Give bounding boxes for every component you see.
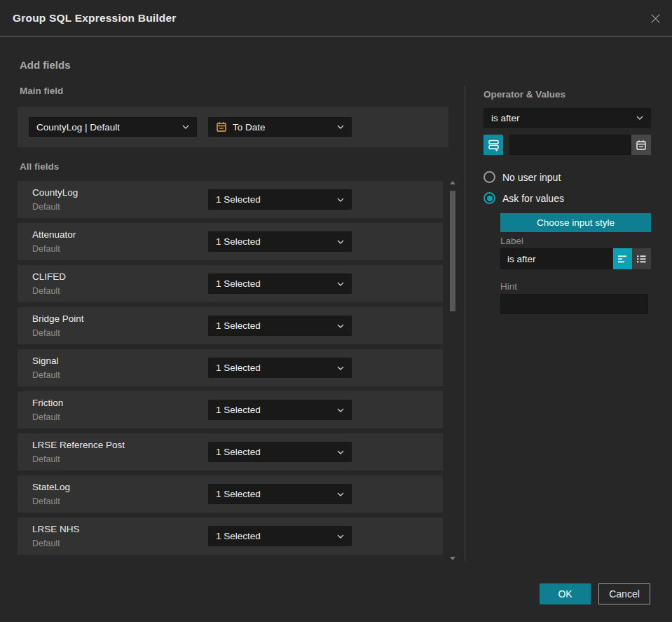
field-name: Bridge Point	[32, 313, 84, 324]
field-row: CLIFED Default 1 Selected	[18, 265, 443, 302]
add-fields-heading: Add fields	[20, 59, 71, 71]
chevron-down-icon	[337, 198, 344, 202]
field-selected-value: 1 Selected	[216, 447, 261, 457]
field-selected-value: 1 Selected	[216, 531, 261, 541]
close-icon[interactable]	[648, 11, 662, 25]
calendar-icon	[216, 121, 227, 133]
radio-no-user-input[interactable]: No user input	[484, 171, 561, 183]
label-input[interactable]	[500, 248, 612, 269]
main-value-select-value: To Date	[233, 122, 266, 133]
scrollbar-down-arrow-icon[interactable]	[449, 555, 456, 561]
field-selected-dropdown[interactable]: 1 Selected	[208, 316, 352, 336]
field-selected-value: 1 Selected	[216, 320, 261, 331]
choose-input-style-button[interactable]: Choose input style	[500, 213, 651, 232]
field-selected-dropdown[interactable]: 1 Selected	[208, 484, 352, 504]
all-fields-label: All fields	[20, 161, 59, 172]
field-selected-dropdown[interactable]: 1 Selected	[208, 400, 352, 420]
main-field-label: Main field	[20, 86, 63, 96]
main-value-select[interactable]: To Date	[208, 117, 352, 137]
value-input-row	[484, 135, 651, 155]
chevron-down-icon	[182, 125, 189, 129]
radio-ask-for-values[interactable]: Ask for values	[484, 192, 564, 204]
field-name: Friction	[32, 398, 63, 408]
unique-values-icon[interactable]	[484, 135, 503, 155]
label-field-label: Label	[500, 236, 523, 246]
field-row: Signal Default 1 Selected	[18, 349, 443, 386]
dialog-title: Group SQL Expression Builder	[13, 12, 177, 25]
single-value-style-icon[interactable]	[613, 248, 632, 269]
radio-circle-selected-icon	[484, 192, 495, 204]
field-subtype: Default	[32, 496, 60, 506]
field-selected-dropdown[interactable]: 1 Selected	[208, 442, 352, 462]
field-row: StateLog Default 1 Selected	[18, 475, 443, 513]
operator-select[interactable]: is after	[484, 108, 651, 128]
field-selected-dropdown[interactable]: 1 Selected	[208, 358, 352, 378]
main-field-panel: CountyLog | Default To Date	[18, 107, 448, 147]
chevron-down-icon	[337, 450, 344, 454]
list-scrollbar	[448, 180, 458, 561]
dialog-titlebar: Group SQL Expression Builder	[0, 0, 672, 36]
main-field-select-value: CountyLog | Default	[36, 122, 120, 133]
field-selected-value: 1 Selected	[216, 405, 261, 415]
field-name: Signal	[32, 356, 59, 366]
chevron-down-icon	[337, 240, 344, 244]
field-name: LRSE NHS	[32, 524, 80, 534]
scrollbar-thumb[interactable]	[450, 191, 455, 311]
field-name: CountyLog	[32, 187, 78, 198]
field-row: Bridge Point Default 1 Selected	[18, 307, 443, 344]
radio-ask-for-values-label: Ask for values	[502, 193, 564, 204]
field-selected-dropdown[interactable]: 1 Selected	[208, 189, 352, 210]
group-sql-expression-builder-dialog: Group SQL Expression Builder Add fields …	[0, 0, 672, 622]
chevron-down-icon	[337, 534, 344, 539]
field-name: CLIFED	[32, 271, 66, 282]
chevron-down-icon	[337, 366, 344, 370]
cancel-button[interactable]: Cancel	[598, 583, 650, 604]
chevron-down-icon	[337, 492, 344, 496]
list-style-icon[interactable]	[632, 248, 651, 269]
field-row: LRSE NHS Default 1 Selected	[18, 518, 443, 555]
field-subtype: Default	[32, 454, 60, 464]
label-input-row	[500, 248, 651, 269]
field-selected-value: 1 Selected	[216, 236, 261, 247]
field-selected-value: 1 Selected	[216, 489, 261, 499]
field-row: Attenuator Default 1 Selected	[18, 223, 443, 260]
hint-input[interactable]	[500, 294, 648, 314]
field-selected-value: 1 Selected	[216, 363, 261, 373]
operator-select-value: is after	[491, 113, 520, 123]
field-subtype: Default	[32, 244, 60, 254]
chevron-down-icon	[337, 324, 344, 328]
chevron-down-icon	[337, 125, 344, 129]
field-subtype: Default	[32, 328, 60, 338]
field-name: LRSE Reference Post	[32, 440, 125, 450]
field-selected-dropdown[interactable]: 1 Selected	[208, 273, 352, 294]
hint-field-label: Hint	[500, 281, 517, 292]
chevron-down-icon	[337, 408, 344, 412]
field-selected-value: 1 Selected	[216, 194, 261, 205]
field-selected-dropdown[interactable]: 1 Selected	[208, 231, 352, 252]
field-selected-dropdown[interactable]: 1 Selected	[208, 526, 352, 546]
ok-button[interactable]: OK	[540, 583, 591, 604]
field-row: CountyLog Default 1 Selected	[18, 181, 443, 218]
calendar-picker-icon[interactable]	[631, 135, 651, 155]
panel-divider	[465, 86, 465, 561]
all-fields-list: CountyLog Default 1 Selected Attenuator …	[18, 181, 443, 560]
field-selected-value: 1 Selected	[216, 278, 261, 289]
scrollbar-up-arrow-icon[interactable]	[449, 180, 456, 185]
field-subtype: Default	[32, 412, 60, 422]
value-input[interactable]	[509, 135, 631, 155]
radio-no-user-input-label: No user input	[502, 172, 561, 183]
chevron-down-icon	[337, 282, 344, 286]
field-subtype: Default	[32, 286, 60, 296]
field-row: LRSE Reference Post Default 1 Selected	[18, 433, 443, 471]
field-name: StateLog	[32, 482, 70, 492]
field-name: Attenuator	[32, 229, 76, 240]
field-subtype: Default	[32, 539, 60, 548]
operator-values-heading: Operator & Values	[484, 89, 565, 100]
chevron-down-icon	[636, 116, 643, 120]
main-field-select[interactable]: CountyLog | Default	[29, 117, 197, 137]
field-row: Friction Default 1 Selected	[18, 391, 443, 428]
radio-circle-icon	[484, 171, 495, 183]
field-subtype: Default	[32, 370, 60, 380]
field-subtype: Default	[32, 202, 60, 212]
